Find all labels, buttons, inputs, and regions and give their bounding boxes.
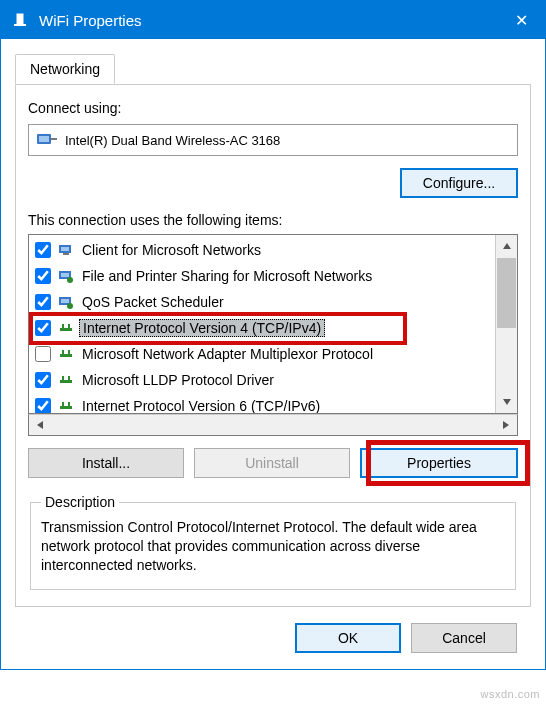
app-icon	[11, 11, 29, 29]
list-item[interactable]: File and Printer Sharing for Microsoft N…	[31, 263, 493, 289]
scroll-thumb[interactable]	[497, 258, 516, 328]
protocol-icon	[57, 294, 75, 310]
dialog-footer: OK Cancel	[15, 607, 531, 669]
titlebar[interactable]: WiFi Properties ✕	[1, 1, 545, 39]
item-checkbox[interactable]	[35, 346, 51, 362]
item-label: Microsoft Network Adapter Multiplexor Pr…	[79, 346, 376, 362]
configure-button[interactable]: Configure...	[400, 168, 518, 198]
svg-rect-16	[68, 324, 70, 329]
hscroll-track[interactable]	[51, 415, 495, 435]
item-label: Internet Protocol Version 4 (TCP/IPv4)	[79, 319, 325, 337]
scroll-right-icon[interactable]	[495, 415, 517, 435]
svg-rect-4	[51, 138, 57, 140]
vertical-scrollbar[interactable]	[495, 235, 517, 413]
svg-rect-20	[60, 380, 72, 383]
close-icon: ✕	[515, 11, 528, 30]
adapter-box[interactable]: Intel(R) Dual Band Wireless-AC 3168	[28, 124, 518, 156]
item-checkbox[interactable]	[35, 294, 51, 310]
scroll-track[interactable]	[496, 329, 517, 391]
item-checkbox[interactable]	[35, 320, 51, 336]
svg-rect-23	[60, 406, 72, 409]
scroll-down-icon[interactable]	[496, 391, 517, 413]
svg-rect-17	[60, 354, 72, 357]
svg-rect-3	[39, 136, 49, 142]
svg-rect-12	[61, 299, 69, 303]
item-checkbox[interactable]	[35, 242, 51, 258]
window-title: WiFi Properties	[39, 12, 497, 29]
item-label: QoS Packet Scheduler	[79, 294, 227, 310]
list-item[interactable]: Microsoft LLDP Protocol Driver	[31, 367, 493, 393]
svg-rect-6	[61, 247, 69, 251]
svg-point-10	[67, 277, 73, 283]
close-button[interactable]: ✕	[497, 1, 545, 39]
svg-rect-24	[62, 402, 64, 407]
description-legend: Description	[41, 494, 119, 510]
list-item[interactable]: Client for Microsoft Networks	[31, 237, 493, 263]
svg-rect-15	[62, 324, 64, 329]
item-checkbox[interactable]	[35, 268, 51, 284]
svg-rect-1	[14, 24, 26, 26]
protocol-icon	[57, 268, 75, 284]
svg-marker-28	[37, 421, 43, 429]
watermark: wsxdn.com	[480, 688, 540, 700]
protocol-icon	[57, 372, 75, 388]
svg-rect-25	[68, 402, 70, 407]
item-label: Client for Microsoft Networks	[79, 242, 264, 258]
list-item[interactable]: Internet Protocol Version 4 (TCP/IPv4)	[31, 315, 493, 341]
svg-marker-29	[503, 421, 509, 429]
item-label: Internet Protocol Version 6 (TCP/IPv6)	[79, 398, 323, 413]
tab-strip: Networking	[15, 54, 531, 85]
svg-marker-27	[503, 399, 511, 405]
tab-panel-networking: Connect using: Intel(R) Dual Band Wirele…	[15, 84, 531, 607]
item-checkbox[interactable]	[35, 372, 51, 388]
properties-button[interactable]: Properties	[360, 448, 518, 478]
item-label: File and Printer Sharing for Microsoft N…	[79, 268, 375, 284]
svg-rect-0	[17, 14, 23, 24]
uninstall-button: Uninstall	[194, 448, 350, 478]
cancel-button[interactable]: Cancel	[411, 623, 517, 653]
ok-button[interactable]: OK	[295, 623, 401, 653]
svg-rect-19	[68, 350, 70, 355]
properties-dialog: WiFi Properties ✕ Networking Connect usi…	[0, 0, 546, 670]
description-text: Transmission Control Protocol/Internet P…	[41, 518, 505, 575]
protocol-icon	[57, 242, 75, 258]
list-item[interactable]: Microsoft Network Adapter Multiplexor Pr…	[31, 341, 493, 367]
tab-networking[interactable]: Networking	[15, 54, 115, 84]
components-listbox[interactable]: Client for Microsoft NetworksFile and Pr…	[28, 234, 518, 414]
svg-point-13	[67, 303, 73, 309]
svg-rect-22	[68, 376, 70, 381]
items-label: This connection uses the following items…	[28, 212, 518, 228]
svg-rect-18	[62, 350, 64, 355]
svg-rect-9	[61, 273, 69, 277]
horizontal-scrollbar[interactable]	[28, 414, 518, 436]
svg-rect-14	[60, 328, 72, 331]
adapter-name: Intel(R) Dual Band Wireless-AC 3168	[65, 133, 280, 148]
scroll-left-icon[interactable]	[29, 415, 51, 435]
protocol-icon	[57, 346, 75, 362]
connect-using-label: Connect using:	[28, 100, 518, 116]
item-label: Microsoft LLDP Protocol Driver	[79, 372, 277, 388]
component-buttons-row: Install... Uninstall Properties	[28, 448, 518, 478]
svg-rect-7	[63, 253, 69, 255]
network-adapter-icon	[37, 132, 57, 148]
list-item[interactable]: QoS Packet Scheduler	[31, 289, 493, 315]
client-area: Networking Connect using: Intel(R) Dual …	[1, 39, 545, 669]
scroll-up-icon[interactable]	[496, 235, 517, 257]
description-group: Description Transmission Control Protoco…	[30, 494, 516, 590]
svg-marker-26	[503, 243, 511, 249]
protocol-icon	[57, 320, 75, 336]
protocol-icon	[57, 398, 75, 413]
install-button[interactable]: Install...	[28, 448, 184, 478]
list-item[interactable]: Internet Protocol Version 6 (TCP/IPv6)	[31, 393, 493, 413]
svg-rect-21	[62, 376, 64, 381]
item-checkbox[interactable]	[35, 398, 51, 413]
